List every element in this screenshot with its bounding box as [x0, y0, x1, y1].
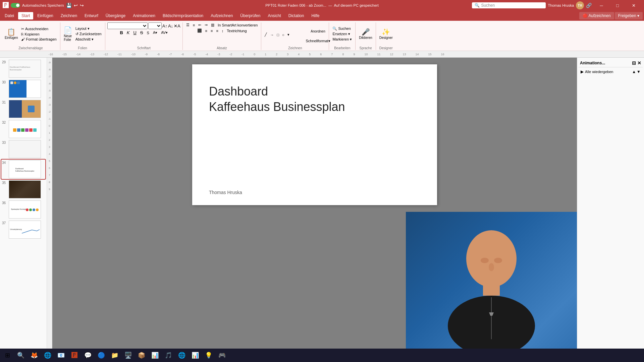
user-avatar[interactable]: TH: [576, 1, 584, 9]
font-spacing-button[interactable]: AV▾: [160, 30, 169, 35]
suchen-button[interactable]: 🔍 Suchen: [331, 26, 353, 31]
close-button[interactable]: ✕: [626, 0, 641, 11]
slide-item-34[interactable]: 34 DashboardKaffeehaus Businessplan: [1, 160, 45, 179]
menu-ueberpruefen[interactable]: Überprüfen: [237, 12, 264, 19]
taskbar-onenote-icon[interactable]: 📊: [149, 349, 161, 361]
undo-icon[interactable]: ↩: [74, 3, 78, 8]
slide-item-33[interactable]: 33: [1, 139, 45, 159]
share-icon[interactable]: 🔗: [586, 3, 592, 8]
taskbar-explorer-icon[interactable]: 📁: [109, 349, 121, 361]
designer-button[interactable]: ✨ Designer: [378, 24, 394, 44]
menu-aufzeichnen[interactable]: Aufzeichnen: [207, 12, 236, 19]
menu-ansicht[interactable]: Ansicht: [264, 12, 284, 19]
close-panel-button[interactable]: ✕: [637, 60, 641, 66]
menu-entwurf[interactable]: Entwurf: [81, 12, 102, 19]
menu-freigeben[interactable]: Freigeben ▾: [615, 12, 643, 19]
slide-item-32[interactable]: 32: [1, 119, 45, 139]
shape-rect[interactable]: □: [275, 32, 280, 37]
italic-button[interactable]: K: [125, 30, 131, 36]
shape-arrow[interactable]: →: [269, 32, 275, 37]
taskbar-store-icon[interactable]: 📦: [136, 349, 148, 361]
minimize-button[interactable]: ─: [594, 0, 609, 11]
taskbar-excel-icon[interactable]: 📊: [189, 349, 201, 361]
collapse-panel-button[interactable]: ⊟: [632, 60, 636, 66]
align-left-button[interactable]: ⬛: [196, 28, 203, 33]
taskbar-windows-icon[interactable]: 🔵: [95, 349, 107, 361]
clear-format-icon[interactable]: ✕A: [174, 23, 180, 28]
menu-hilfe[interactable]: Hilfe: [308, 12, 323, 19]
shape-circle[interactable]: ○: [281, 32, 286, 37]
col-button[interactable]: ▥: [210, 22, 216, 27]
taskbar-teams2-icon[interactable]: 💡: [203, 349, 215, 361]
font-color-button[interactable]: A▾: [152, 30, 159, 35]
menu-start[interactable]: Start: [18, 12, 33, 19]
strikethrough-button[interactable]: S: [139, 30, 145, 36]
diktieren-button[interactable]: 🎤 Diktieren: [358, 24, 373, 44]
increase-font-icon[interactable]: A↑: [162, 23, 167, 28]
shape-more[interactable]: ▾: [286, 32, 291, 37]
slide-item-29[interactable]: 29 Dashboard Kaffeehaus Businessplan: [1, 59, 45, 78]
num-list-button[interactable]: ≡: [192, 22, 196, 27]
font-size-select[interactable]: [148, 22, 162, 29]
anordnen-button[interactable]: Anordnen: [304, 25, 331, 38]
slide-item-31[interactable]: 31: [1, 99, 45, 119]
abschnitt-button[interactable]: Abschnitt ▾: [74, 37, 103, 42]
slide-item-36[interactable]: 36 Speiseplan Konzept: [1, 200, 45, 219]
justify-button[interactable]: ≡: [215, 28, 219, 33]
taskbar-chrome-icon[interactable]: 🌐: [42, 349, 54, 361]
play-icon[interactable]: ▶: [581, 69, 584, 74]
taskbar-firefox-icon[interactable]: 🦊: [28, 349, 40, 361]
menu-datei[interactable]: Datei: [1, 12, 17, 19]
taskbar-edge-icon[interactable]: 🌐: [176, 349, 188, 361]
smartart-button[interactable]: In SmartArt konvertieren: [216, 22, 259, 27]
menu-einfuegen[interactable]: Einfügen: [34, 12, 56, 19]
redo-icon[interactable]: ↪: [80, 3, 84, 8]
slide-item-37[interactable]: 37 Umsatzplanung: [1, 220, 45, 239]
underline-button[interactable]: U: [132, 30, 138, 36]
layout-button[interactable]: Layout ▾: [74, 26, 103, 31]
autosave-toggle[interactable]: [11, 3, 20, 8]
menu-uebergaenge[interactable]: Übergänge: [102, 12, 129, 19]
taskbar-teams-icon[interactable]: 💬: [82, 349, 94, 361]
taskbar-start-button[interactable]: ⊞: [1, 349, 13, 361]
slide-item-35[interactable]: 35: [1, 180, 45, 199]
maximize-button[interactable]: □: [610, 0, 625, 11]
decrease-font-icon[interactable]: A↓: [168, 23, 173, 28]
line-spacing-button[interactable]: ↕: [220, 28, 225, 33]
animation-down-icon[interactable]: ▼: [637, 69, 641, 74]
kopieren-button[interactable]: ⎘ Kopieren: [20, 32, 58, 37]
font-family-select[interactable]: [107, 22, 148, 29]
increase-indent-button[interactable]: ⇒: [203, 22, 209, 27]
taskbar-media-icon[interactable]: 🎵: [162, 349, 174, 361]
markieren-button[interactable]: Markieren ▾: [331, 37, 353, 42]
align-right-button[interactable]: ≡: [209, 28, 214, 33]
taskbar-powerpoint-icon[interactable]: 🅿: [68, 349, 80, 361]
shadow-button[interactable]: S: [146, 31, 151, 35]
ersetzen-button[interactable]: Ersetzen ▾: [331, 32, 353, 37]
search-box[interactable]: 🔍 Suchen: [472, 2, 546, 8]
decrease-indent-button[interactable]: ⇐: [197, 22, 203, 27]
neue-folie-button[interactable]: 📄 NeueFolie: [62, 24, 73, 44]
save-icon[interactable]: 💾: [66, 3, 72, 8]
menu-dictation[interactable]: Dictation: [285, 12, 308, 19]
taskbar-game-icon[interactable]: 🎮: [216, 349, 228, 361]
taskbar-search-icon[interactable]: 🔍: [15, 349, 27, 361]
schnellformat-button[interactable]: Schnellformat▾: [304, 39, 331, 44]
animation-up-icon[interactable]: ▲: [632, 69, 636, 74]
taskbar-outlook-icon[interactable]: 📧: [55, 349, 67, 361]
zuruecksetzen-button[interactable]: ↺ Zurücksetzen: [74, 32, 103, 37]
slide-canvas[interactable]: Dashboard Kaffeehaus Businessplan Thomas…: [192, 64, 437, 205]
menu-aufzeichnen-right[interactable]: 🔴 Aufzeichnen: [579, 12, 614, 19]
bullet-list-button[interactable]: ☰: [185, 22, 191, 27]
format-button[interactable]: 🖌 Format übertragen: [20, 37, 58, 42]
menu-praesentation[interactable]: Bildschirmpräsentation: [159, 12, 207, 19]
menu-zeichnen[interactable]: Zeichnen: [57, 12, 80, 19]
menu-animationen[interactable]: Animationen: [129, 12, 159, 19]
align-center-button[interactable]: ≡: [204, 28, 209, 33]
bold-button[interactable]: B: [118, 30, 124, 36]
shape-line[interactable]: ╱: [263, 32, 268, 37]
text-direction-button[interactable]: Textrichtung: [225, 28, 248, 33]
taskbar-desktop-icon[interactable]: 🖥️: [122, 349, 134, 361]
einfuegen-button[interactable]: 📋 Einfügen: [3, 24, 19, 44]
ausschneiden-button[interactable]: ✂ Ausschneiden: [20, 26, 58, 32]
